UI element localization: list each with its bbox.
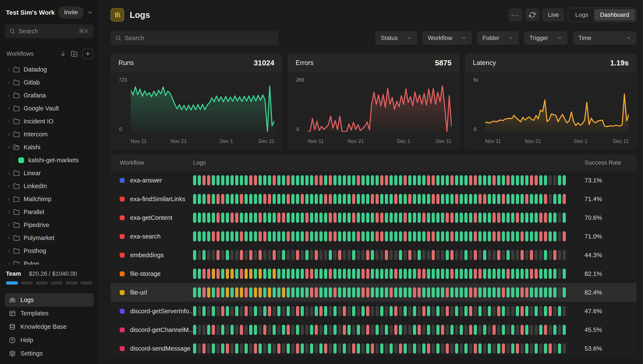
log-bar[interactable] <box>403 325 407 335</box>
log-bar[interactable] <box>530 269 533 279</box>
log-bar[interactable] <box>441 250 444 260</box>
log-bar[interactable] <box>198 344 201 354</box>
log-bar[interactable] <box>296 250 299 260</box>
table-row-discord-sendmessage[interactable]: discord-sendMessage 53.6% <box>111 339 636 355</box>
log-bar[interactable] <box>254 287 257 298</box>
log-bar[interactable] <box>235 344 238 354</box>
log-bar[interactable] <box>497 306 500 316</box>
log-bar[interactable] <box>296 306 299 316</box>
log-bar[interactable] <box>202 344 206 354</box>
log-bar[interactable] <box>333 287 337 298</box>
log-bar[interactable] <box>193 325 196 335</box>
log-bar[interactable] <box>217 344 220 354</box>
log-bar[interactable] <box>399 194 402 204</box>
log-bar[interactable] <box>333 212 337 223</box>
log-bar[interactable] <box>291 231 295 242</box>
log-bar[interactable] <box>403 194 407 204</box>
log-bar[interactable] <box>198 287 201 298</box>
log-bar[interactable] <box>483 306 486 316</box>
log-bar[interactable] <box>212 194 215 204</box>
log-bar[interactable] <box>245 194 248 204</box>
log-bar[interactable] <box>446 325 449 335</box>
log-bar[interactable] <box>478 231 482 242</box>
log-bar[interactable] <box>221 212 224 223</box>
log-bar[interactable] <box>366 325 369 335</box>
log-bar[interactable] <box>516 231 519 242</box>
log-bar[interactable] <box>263 344 266 354</box>
log-bar[interactable] <box>268 231 271 242</box>
chevron-down-icon[interactable] <box>87 9 93 16</box>
log-bar[interactable] <box>478 194 482 204</box>
log-bar[interactable] <box>319 250 323 260</box>
log-bar[interactable] <box>408 325 411 335</box>
log-bar[interactable] <box>207 287 210 298</box>
log-bar[interactable] <box>427 325 430 335</box>
log-bar[interactable] <box>511 287 514 298</box>
log-bar[interactable] <box>254 231 257 242</box>
log-bar[interactable] <box>525 231 528 242</box>
log-bar[interactable] <box>249 212 252 223</box>
log-bar[interactable] <box>231 250 234 260</box>
log-bar[interactable] <box>254 175 257 186</box>
log-bar[interactable] <box>394 325 397 335</box>
log-bar[interactable] <box>338 175 341 186</box>
log-bar[interactable] <box>347 231 351 242</box>
log-bar[interactable] <box>450 325 454 335</box>
log-bar[interactable] <box>516 306 519 316</box>
log-bar[interactable] <box>366 212 369 223</box>
log-bar[interactable] <box>263 250 266 260</box>
log-bar[interactable] <box>413 212 416 223</box>
log-bar[interactable] <box>217 287 220 298</box>
log-bar[interactable] <box>521 231 524 242</box>
log-bar[interactable] <box>516 212 519 223</box>
log-bar[interactable] <box>371 231 374 242</box>
log-bar[interactable] <box>525 212 528 223</box>
log-bar[interactable] <box>436 325 440 335</box>
folder-item-incident-io[interactable]: Incident IO <box>3 115 96 128</box>
log-bar[interactable] <box>450 175 454 186</box>
log-bar[interactable] <box>221 269 224 279</box>
log-bar[interactable] <box>511 344 514 354</box>
log-bar[interactable] <box>231 175 234 186</box>
log-bar[interactable] <box>361 231 365 242</box>
log-bar[interactable] <box>460 325 463 335</box>
log-bar[interactable] <box>460 194 463 204</box>
log-bar[interactable] <box>245 306 248 316</box>
folder-item-gitlab[interactable]: Gitlab <box>3 76 96 89</box>
log-bar[interactable] <box>305 212 309 223</box>
log-bar[interactable] <box>375 287 379 298</box>
log-bar[interactable] <box>212 325 215 335</box>
log-bar[interactable] <box>530 194 533 204</box>
log-bar[interactable] <box>357 269 360 279</box>
log-bar[interactable] <box>478 306 482 316</box>
log-bar[interactable] <box>315 325 318 335</box>
log-bar[interactable] <box>305 344 309 354</box>
log-bar[interactable] <box>511 194 514 204</box>
log-bar[interactable] <box>207 325 210 335</box>
log-bar[interactable] <box>441 306 444 316</box>
log-bar[interactable] <box>291 287 295 298</box>
sort-arrow-icon[interactable] <box>60 50 66 57</box>
log-bar[interactable] <box>427 212 430 223</box>
log-bar[interactable] <box>315 250 318 260</box>
log-bar[interactable] <box>455 194 458 204</box>
log-bar[interactable] <box>530 325 533 335</box>
log-bar[interactable] <box>259 250 262 260</box>
log-bar[interactable] <box>347 194 351 204</box>
log-bar[interactable] <box>324 306 327 316</box>
log-bar[interactable] <box>193 175 196 186</box>
log-bar[interactable] <box>282 250 285 260</box>
log-bar[interactable] <box>474 269 477 279</box>
filter-workflow[interactable]: Workflow <box>422 31 472 45</box>
log-bar[interactable] <box>478 250 482 260</box>
log-bar[interactable] <box>389 344 393 354</box>
log-bar[interactable] <box>417 269 421 279</box>
log-bar[interactable] <box>394 212 397 223</box>
log-bar[interactable] <box>399 325 402 335</box>
log-bar[interactable] <box>403 212 407 223</box>
log-bar[interactable] <box>221 344 224 354</box>
log-bar[interactable] <box>273 175 276 186</box>
log-bar[interactable] <box>263 194 266 204</box>
log-bar[interactable] <box>217 212 220 223</box>
log-bar[interactable] <box>249 194 252 204</box>
